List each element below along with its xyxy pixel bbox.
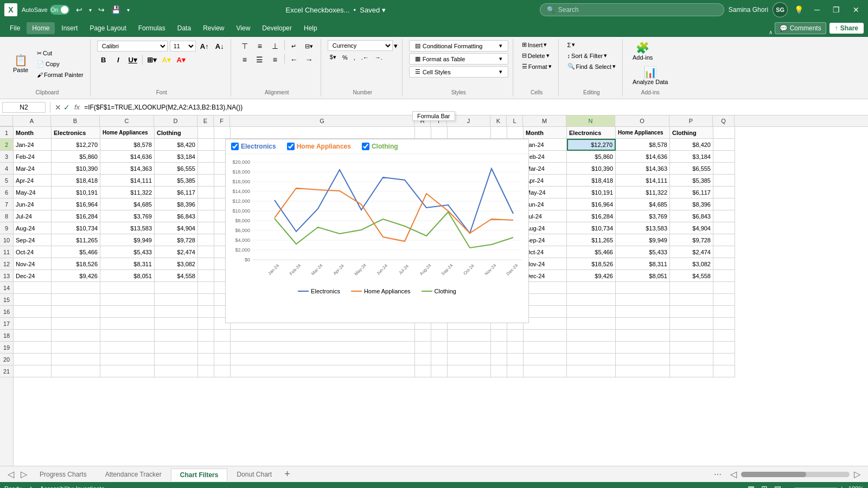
cell-N8[interactable]: $16,284 <box>567 210 616 222</box>
cell-M11[interactable]: Oct-24 <box>524 246 567 258</box>
align-center-button[interactable]: ☰ <box>253 54 267 66</box>
cell-P20[interactable] <box>670 354 713 365</box>
cell-A20[interactable] <box>14 354 52 365</box>
chart-checkbox-homeapp[interactable]: Home Appliances <box>287 143 351 150</box>
cell-B6[interactable]: $10,191 <box>52 187 100 198</box>
cell-N5[interactable]: $18,418 <box>567 175 616 187</box>
cell-B5[interactable]: $18,418 <box>52 175 100 187</box>
cell-G19[interactable] <box>231 342 415 354</box>
cell-J21[interactable] <box>448 365 491 377</box>
cell-E16[interactable] <box>198 306 214 318</box>
menu-file[interactable]: File <box>4 22 25 34</box>
cell-H18[interactable] <box>415 330 431 342</box>
row-21[interactable]: 21 <box>0 365 13 377</box>
cell-N11[interactable]: $5,466 <box>567 246 616 258</box>
cell-Q9[interactable] <box>713 222 735 234</box>
cell-B10[interactable]: $11,265 <box>52 234 100 246</box>
cell-O21[interactable] <box>616 365 670 377</box>
col-C[interactable]: C <box>100 115 154 126</box>
cell-M14[interactable] <box>524 282 567 294</box>
cell-E8[interactable] <box>198 210 214 222</box>
cell-A10[interactable]: Sep-24 <box>14 234 52 246</box>
borders-button[interactable]: ⊞▾ <box>145 54 158 66</box>
format-cells-button[interactable]: ☰ Format ▾ <box>520 62 554 71</box>
sheet-tab-donut-chart[interactable]: Donut Chart <box>227 468 281 480</box>
cell-I20[interactable] <box>431 354 448 365</box>
cell-B14[interactable] <box>52 282 100 294</box>
cell-O13[interactable]: $8,051 <box>616 270 670 282</box>
autosave-toggle[interactable]: On <box>50 5 69 15</box>
cell-C3[interactable]: $14,636 <box>100 151 155 163</box>
cell-N1[interactable]: Electronics <box>567 127 616 139</box>
cell-A4[interactable]: Mar-24 <box>14 163 52 175</box>
cell-E9[interactable] <box>198 222 214 234</box>
row-14[interactable]: 14 <box>0 282 13 294</box>
col-A[interactable]: A <box>13 115 51 126</box>
cell-E14[interactable] <box>198 282 214 294</box>
cell-N9[interactable]: $10,734 <box>567 222 616 234</box>
cell-B16[interactable] <box>52 306 100 318</box>
cell-M9[interactable]: Aug-24 <box>524 222 567 234</box>
name-box[interactable] <box>2 102 46 113</box>
cell-D4[interactable]: $6,555 <box>155 163 198 175</box>
cell-M2[interactable]: Jan-24 <box>524 139 567 151</box>
cell-Q18[interactable] <box>713 330 735 342</box>
cell-N18[interactable] <box>567 330 616 342</box>
menu-review[interactable]: Review <box>197 22 229 34</box>
homeapp-checkbox[interactable] <box>287 143 295 150</box>
redo-button[interactable]: ↪ <box>96 4 107 15</box>
cell-O3[interactable]: $14,636 <box>616 151 670 163</box>
cell-N7[interactable]: $16,964 <box>567 198 616 210</box>
cell-F1[interactable] <box>214 127 231 139</box>
cell-O12[interactable]: $8,311 <box>616 258 670 270</box>
row-6[interactable]: 6 <box>0 187 13 198</box>
cell-E2[interactable] <box>198 139 214 151</box>
cell-C10[interactable]: $9,949 <box>100 234 155 246</box>
cell-K18[interactable] <box>491 330 507 342</box>
close-btn[interactable]: ✕ <box>848 4 864 15</box>
row-8[interactable]: 8 <box>0 210 13 222</box>
zoom-out-btn[interactable]: ─ <box>787 484 792 488</box>
confirm-formula-btn[interactable]: ✓ <box>63 103 70 112</box>
cell-E6[interactable] <box>198 187 214 198</box>
cell-G18[interactable] <box>231 330 415 342</box>
cell-B20[interactable] <box>52 354 100 365</box>
cell-Q15[interactable] <box>713 294 735 306</box>
cell-E7[interactable] <box>198 198 214 210</box>
menu-help[interactable]: Help <box>298 22 323 34</box>
cell-N3[interactable]: $5,860 <box>567 151 616 163</box>
cell-A19[interactable] <box>14 342 52 354</box>
cell-Q12[interactable] <box>713 258 735 270</box>
cell-Q19[interactable] <box>713 342 735 354</box>
cell-F18[interactable] <box>214 330 231 342</box>
cell-P4[interactable]: $6,555 <box>670 163 713 175</box>
cell-D7[interactable]: $8,396 <box>155 198 198 210</box>
maximize-btn[interactable]: ❐ <box>828 4 844 15</box>
currency-btn[interactable]: $▾ <box>328 53 339 62</box>
cell-Q8[interactable] <box>713 210 735 222</box>
cell-C18[interactable] <box>100 330 155 342</box>
align-left-button[interactable]: ≡ <box>238 54 252 66</box>
cell-G1[interactable] <box>231 127 415 139</box>
cell-D6[interactable]: $6,117 <box>155 187 198 198</box>
cell-E13[interactable] <box>198 270 214 282</box>
cell-D15[interactable] <box>155 294 198 306</box>
cell-D18[interactable] <box>155 330 198 342</box>
cell-Q3[interactable] <box>713 151 735 163</box>
cell-C2[interactable]: $8,578 <box>100 139 155 151</box>
cell-L21[interactable] <box>507 365 524 377</box>
cell-B11[interactable]: $5,466 <box>52 246 100 258</box>
undo-dropdown[interactable]: ▾ <box>87 4 94 15</box>
font-shrink-button[interactable]: A↓ <box>213 40 226 52</box>
cell-P8[interactable]: $6,843 <box>670 210 713 222</box>
cell-A17[interactable] <box>14 318 52 330</box>
cell-O20[interactable] <box>616 354 670 365</box>
font-grow-button[interactable]: A↑ <box>198 40 211 52</box>
cell-D2[interactable]: $8,420 <box>155 139 198 151</box>
addins-button[interactable]: 🧩 Add-ins <box>629 40 656 63</box>
cell-M16[interactable] <box>524 306 567 318</box>
cell-D16[interactable] <box>155 306 198 318</box>
cell-P10[interactable]: $9,728 <box>670 234 713 246</box>
tab-scroll-right[interactable]: ▷ <box>17 469 30 479</box>
cell-D20[interactable] <box>155 354 198 365</box>
